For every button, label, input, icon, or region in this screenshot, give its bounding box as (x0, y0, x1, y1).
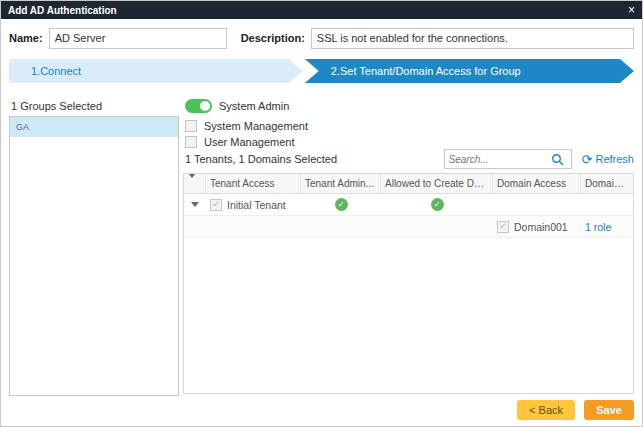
user-management-checkbox[interactable] (185, 136, 197, 148)
description-label: Description: (241, 32, 305, 44)
search-input[interactable] (445, 151, 549, 167)
toggle-knob (200, 101, 210, 111)
refresh-button[interactable]: ⟳ Refresh (582, 153, 634, 166)
system-admin-toggle[interactable] (185, 99, 212, 113)
close-icon[interactable]: × (628, 4, 635, 16)
dialog-titlebar: Add AD Authentication × (1, 1, 642, 19)
header-domain-access: Domain Access (493, 174, 581, 193)
tenant-admin-check-icon: ✓ (335, 198, 348, 211)
dialog-footer: < Back Save (517, 400, 634, 420)
role-count-link[interactable]: 1 role (585, 221, 611, 233)
step-tenant-domain-access-label: 2.Set Tenant/Domain Access for Group (331, 65, 521, 77)
header-tenant-access: Tenant Access (206, 174, 301, 193)
selection-summary-row: 1 Tenants, 1 Domains Selected ⟳ Refresh (185, 148, 634, 170)
row-expander-icon[interactable] (191, 202, 199, 207)
description-input[interactable] (311, 28, 634, 49)
refresh-label: Refresh (595, 153, 634, 165)
domain-privileges-cell: 1 role (581, 221, 633, 233)
header-allowed-create-domain: Allowed to Create Domain ... (381, 174, 493, 193)
domain-name: Domain001 (514, 221, 568, 233)
collapse-all-icon[interactable] (188, 174, 196, 189)
refresh-icon: ⟳ (582, 153, 593, 166)
system-management-checkbox[interactable] (185, 120, 197, 132)
dialog-title: Add AD Authentication (8, 5, 117, 16)
system-management-label: System Management (204, 120, 308, 132)
domain-checkbox[interactable]: ✓ (497, 221, 509, 233)
name-description-row: Name: Description: (9, 27, 634, 49)
table-header-row: Tenant Access Tenant Admin... Allowed to… (184, 174, 633, 194)
tenant-name: Initial Tenant (227, 199, 286, 211)
tenant-domain-table: Tenant Access Tenant Admin... Allowed to… (183, 173, 634, 394)
tenant-access-cell: ✓ Initial Tenant (206, 199, 301, 211)
row-expander-cell (184, 202, 206, 207)
allowed-create-check-icon: ✓ (431, 198, 444, 211)
tenant-admin-cell: ✓ (301, 198, 381, 211)
selection-summary: 1 Tenants, 1 Domains Selected (185, 153, 444, 165)
save-button[interactable]: Save (584, 400, 634, 420)
search-box (444, 149, 572, 169)
system-admin-label: System Admin (219, 100, 289, 112)
name-input[interactable] (49, 28, 227, 49)
table-row-tenant: ✓ Initial Tenant ✓ ✓ (184, 194, 633, 216)
user-management-label: User Management (204, 136, 295, 148)
step-connect[interactable]: 1.Connect (9, 59, 303, 83)
system-management-row: System Management (185, 118, 308, 134)
add-ad-authentication-dialog: Add AD Authentication × Name: Descriptio… (0, 0, 643, 427)
wizard-steps: 1.Connect 2.Set Tenant/Domain Access for… (9, 59, 634, 83)
system-admin-row: System Admin (185, 98, 289, 114)
step-connect-label: 1.Connect (31, 65, 81, 77)
group-list-item[interactable]: GA (10, 117, 178, 137)
domain-access-cell: ✓ Domain001 (493, 221, 581, 233)
groups-selected-count: 1 Groups Selected (11, 100, 102, 112)
back-button[interactable]: < Back (517, 400, 575, 420)
table-row-domain: ✓ Domain001 1 role (184, 216, 633, 238)
name-label: Name: (9, 32, 43, 44)
header-domain-privileges: Domain Privileges (581, 174, 633, 193)
allowed-create-domain-cell: ✓ (381, 198, 493, 211)
tenant-checkbox[interactable]: ✓ (210, 199, 222, 211)
collapse-all-cell[interactable] (184, 174, 206, 193)
groups-list: GA (9, 116, 179, 396)
header-tenant-admin: Tenant Admin... (301, 174, 381, 193)
step-tenant-domain-access[interactable]: 2.Set Tenant/Domain Access for Group (305, 59, 634, 83)
search-icon[interactable] (549, 153, 567, 166)
